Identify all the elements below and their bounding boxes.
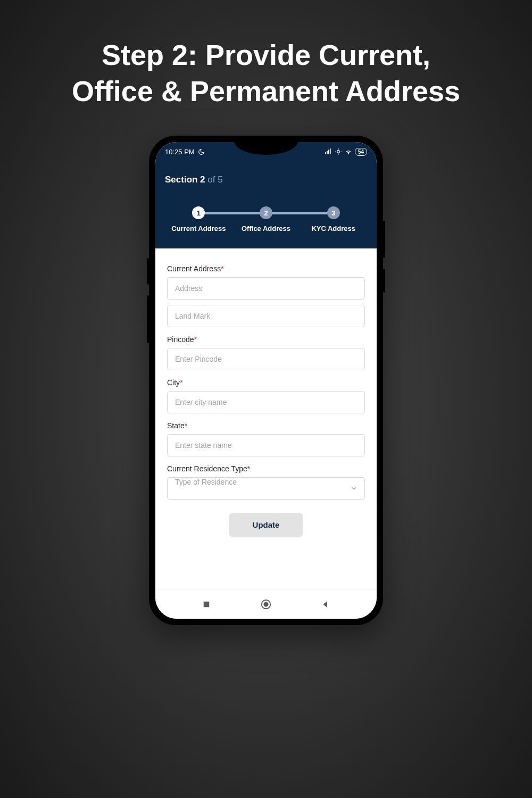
step-label: Current Address — [171, 225, 226, 232]
page-heading-line1: Step 2: Provide Current, — [102, 39, 430, 71]
nav-recent-button[interactable] — [201, 598, 212, 610]
svg-rect-6 — [204, 601, 210, 607]
status-time: 10:25 PM — [165, 148, 195, 156]
city-input[interactable] — [167, 391, 365, 413]
progress-stepper: 1 Current Address 2 Office Address 3 KYC… — [165, 206, 367, 232]
step-number: 1 — [192, 206, 205, 219]
nav-home-button[interactable] — [260, 598, 272, 610]
pincode-label: Pincode* — [167, 335, 365, 344]
page-heading-line2: Office & Permanent Address — [72, 75, 460, 107]
page-heading: Step 2: Provide Current, Office & Perman… — [0, 0, 532, 109]
step-label: Office Address — [242, 225, 290, 232]
residence-type-label: Current Residence Type* — [167, 464, 365, 473]
svg-marker-9 — [323, 601, 328, 608]
svg-rect-0 — [325, 152, 326, 154]
svg-point-5 — [348, 154, 348, 154]
landmark-input[interactable] — [167, 305, 365, 327]
current-address-label: Current Address* — [167, 264, 365, 273]
section-total: of 5 — [205, 174, 223, 185]
battery-label: 54 — [355, 148, 367, 156]
svg-point-8 — [264, 602, 268, 606]
svg-rect-3 — [330, 148, 331, 154]
svg-rect-2 — [328, 150, 329, 154]
signal-icon — [325, 148, 332, 155]
page-header: Section 2 of 5 1 Current Address 2 Offic… — [155, 161, 377, 248]
step-current-address[interactable]: 1 Current Address — [165, 206, 232, 232]
wifi-icon — [345, 148, 352, 155]
pincode-input[interactable] — [167, 348, 365, 370]
residence-type-select[interactable]: Type of Residence — [167, 477, 365, 500]
network-icon — [335, 148, 342, 155]
state-input[interactable] — [167, 434, 365, 456]
nav-back-button[interactable] — [320, 598, 331, 610]
step-number: 2 — [260, 206, 272, 219]
step-kyc-address[interactable]: 3 KYC Address — [300, 206, 367, 232]
state-label: State* — [167, 421, 365, 430]
address-form: Current Address* Pincode* City* State* C… — [155, 248, 377, 546]
update-button[interactable]: Update — [229, 513, 303, 537]
phone-screen: 10:25 PM 54 Section 2 of 5 1 Current Add… — [155, 142, 377, 619]
svg-rect-1 — [327, 151, 328, 154]
address-input[interactable] — [167, 277, 365, 300]
section-indicator: Section 2 of 5 — [165, 174, 367, 185]
system-nav-bar — [155, 589, 377, 619]
dnd-moon-icon — [198, 148, 205, 155]
phone-mockup-frame: 10:25 PM 54 Section 2 of 5 1 Current Add… — [149, 136, 383, 625]
section-number: Section 2 — [165, 174, 205, 185]
step-label: KYC Address — [311, 225, 355, 232]
step-office-address[interactable]: 2 Office Address — [232, 206, 300, 232]
step-number: 3 — [327, 206, 340, 219]
city-label: City* — [167, 378, 365, 387]
svg-point-4 — [337, 151, 340, 153]
